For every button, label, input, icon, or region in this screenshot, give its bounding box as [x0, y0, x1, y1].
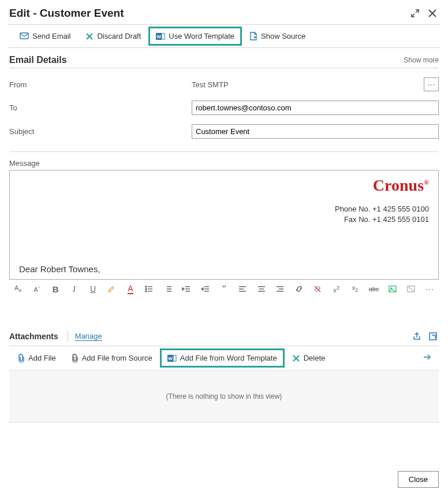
clear-format-icon[interactable] — [406, 283, 416, 295]
unlink-icon[interactable] — [312, 283, 323, 295]
word-attachment-icon: W — [167, 354, 177, 362]
svg-text:W: W — [168, 356, 173, 361]
email-details-heading: Email Details — [9, 55, 404, 65]
email-details-header: Email Details Show more — [9, 55, 439, 68]
manage-link[interactable]: Manage — [75, 332, 102, 341]
svg-point-5 — [145, 288, 147, 290]
strikethrough-icon[interactable]: abc — [368, 283, 379, 295]
to-label: To — [9, 103, 192, 112]
show-source-icon — [249, 32, 257, 40]
add-file-from-source-button[interactable]: Add File from Source — [65, 350, 158, 366]
rich-text-toolbar: AA A^ B I U A ” x2 x2 abc ··· — [9, 280, 439, 298]
close-icon[interactable] — [426, 7, 439, 20]
salutation-text: Dear Robert Townes, — [19, 225, 429, 274]
pin-icon[interactable] — [418, 350, 436, 366]
delete-attachment-button[interactable]: Delete — [286, 350, 331, 366]
ordered-list-icon[interactable] — [163, 283, 173, 295]
decrease-font-icon[interactable]: A^ — [31, 283, 42, 295]
svg-point-4 — [145, 286, 147, 287]
to-input[interactable] — [192, 101, 439, 115]
add-file-label: Add File — [28, 354, 56, 362]
svg-point-6 — [145, 291, 147, 292]
attachment-icon — [17, 354, 25, 362]
fax-value: +1 425 555 0101 — [372, 215, 429, 224]
word-template-icon: W — [156, 32, 165, 40]
svg-rect-13 — [173, 355, 176, 361]
unordered-list-icon[interactable] — [144, 283, 154, 295]
from-row: From Test SMTP ··· — [9, 77, 439, 91]
brand-logo: Cronus® — [335, 176, 429, 195]
dialog-header: Edit - Customer Event — [0, 0, 448, 24]
header-divider — [68, 331, 68, 342]
attachment-source-icon — [71, 354, 79, 362]
attachments-heading: Attachments — [9, 332, 58, 341]
discard-draft-button[interactable]: Discard Draft — [80, 28, 147, 44]
use-word-template-label: Use Word Template — [169, 32, 234, 40]
align-right-icon[interactable] — [275, 283, 285, 295]
from-value: Test SMTP — [192, 80, 229, 89]
send-email-label: Send Email — [32, 32, 70, 40]
dialog-title: Edit - Customer Event — [9, 7, 404, 20]
more-options-icon[interactable]: ··· — [425, 283, 435, 295]
message-section: Message Cronus® Phone No. +1 425 555 010… — [0, 152, 448, 298]
expand-icon[interactable] — [409, 7, 421, 20]
indent-icon[interactable] — [200, 283, 210, 295]
send-email-button[interactable]: Send Email — [14, 28, 76, 44]
discard-icon — [85, 32, 94, 40]
svg-rect-0 — [20, 33, 28, 39]
add-file-from-word-template-label: Add File from Word Template — [180, 354, 277, 362]
close-button[interactable]: Close — [398, 471, 439, 488]
from-label: From — [9, 80, 192, 89]
brand-symbol: ® — [424, 179, 429, 187]
svg-text:W: W — [157, 34, 162, 39]
use-word-template-button[interactable]: W Use Word Template — [150, 28, 240, 44]
attachments-empty-view: (There is nothing to show in this view) — [9, 370, 439, 422]
subject-input[interactable] — [192, 124, 439, 139]
message-label: Message — [9, 159, 439, 168]
align-left-icon[interactable] — [237, 283, 248, 295]
subject-label: Subject — [9, 127, 192, 136]
superscript-icon[interactable]: x2 — [331, 283, 341, 295]
show-more-link[interactable]: Show more — [404, 56, 439, 64]
to-row: To — [9, 101, 439, 115]
link-icon[interactable] — [294, 283, 304, 295]
add-file-from-word-template-button[interactable]: W Add File from Word Template — [162, 350, 283, 366]
italic-icon[interactable]: I — [69, 283, 79, 295]
underline-icon[interactable]: U — [88, 283, 98, 295]
phone-label: Phone No. — [335, 205, 370, 213]
show-source-label: Show Source — [261, 32, 305, 40]
outdent-icon[interactable] — [181, 283, 192, 295]
from-lookup-button[interactable]: ··· — [424, 77, 439, 91]
brand-name: Cronus — [373, 176, 424, 194]
increase-font-icon[interactable]: AA — [13, 283, 23, 295]
message-editor[interactable]: Cronus® Phone No. +1 425 555 0100 Fax No… — [9, 170, 439, 280]
add-file-from-source-label: Add File from Source — [82, 354, 152, 362]
action-toolbar: Send Email Discard Draft W Use Word Temp… — [8, 24, 440, 48]
show-source-button[interactable]: Show Source — [244, 28, 311, 44]
discard-draft-label: Discard Draft — [97, 32, 141, 40]
email-details-section: Email Details Show more From Test SMTP ·… — [0, 48, 448, 139]
quote-icon[interactable]: ” — [219, 283, 229, 295]
subscript-icon[interactable]: x2 — [350, 283, 360, 295]
delete-attachment-label: Delete — [304, 354, 326, 362]
attachments-empty-text: (There is nothing to show in this view) — [166, 392, 282, 400]
add-file-button[interactable]: Add File — [12, 350, 62, 366]
bold-icon[interactable]: B — [50, 283, 61, 295]
dialog-footer: Close — [398, 471, 439, 488]
image-icon[interactable] — [387, 283, 398, 295]
phone-value: +1 425 555 0100 — [372, 205, 429, 213]
popout-icon[interactable] — [427, 331, 439, 342]
attachments-section: Attachments Manage Add File Add File fro… — [0, 321, 448, 422]
mail-send-icon — [20, 32, 29, 40]
align-center-icon[interactable] — [256, 283, 267, 295]
fax-label: Fax No. — [344, 215, 371, 224]
delete-icon — [292, 354, 300, 362]
font-color-icon[interactable]: A — [125, 283, 136, 295]
attachments-toolbar: Add File Add File from Source W Add File… — [9, 346, 439, 370]
share-icon[interactable] — [411, 331, 423, 342]
highlight-icon[interactable] — [106, 283, 117, 295]
subject-row: Subject — [9, 124, 439, 139]
attachments-header: Attachments Manage — [9, 331, 439, 346]
brand-contact: Phone No. +1 425 555 0100 Fax No. +1 425… — [335, 204, 429, 225]
svg-rect-3 — [162, 34, 165, 39]
